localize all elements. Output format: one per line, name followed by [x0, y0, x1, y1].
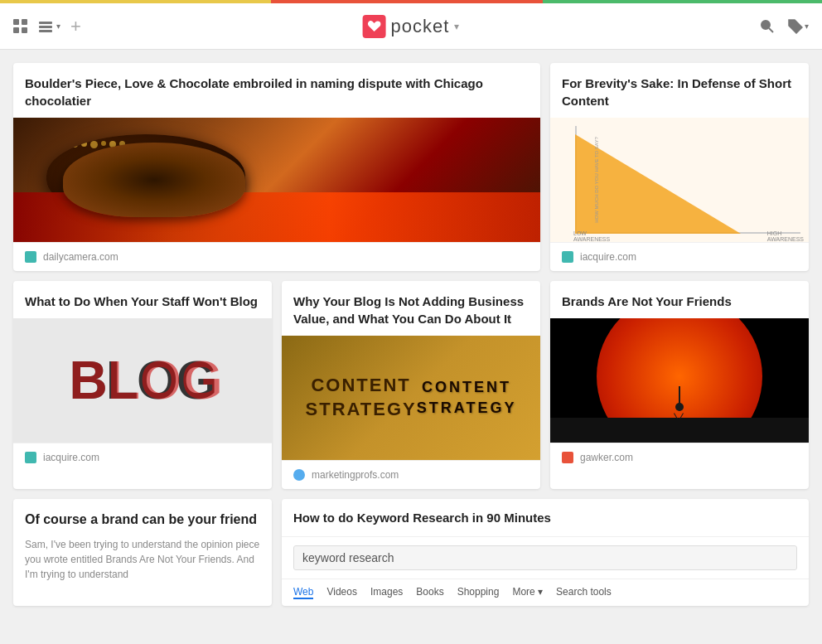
brands-favicon	[562, 452, 573, 463]
graph-label-high: HIGHAWARENESS	[767, 230, 804, 242]
tab-more[interactable]: More ▾	[512, 586, 543, 599]
brands-source-text: gawker.com	[580, 452, 633, 463]
tab-images[interactable]: Images	[370, 586, 403, 599]
navbar-center: pocket ▾	[363, 15, 460, 38]
boulder-title: Boulder's Piece, Love & Chocolate embroi…	[13, 63, 540, 118]
brevity-source-text: iacquire.com	[580, 251, 636, 263]
brevity-title: For Brevity's Sake: In Defense of Short …	[550, 63, 809, 118]
brands-image	[550, 318, 809, 443]
brand-friend-excerpt: Sam, I've been trying to understand the …	[25, 537, 260, 582]
svg-rect-5	[39, 26, 52, 28]
svg-rect-1	[22, 19, 27, 25]
card-staff-blog: What to Do When Your Staff Won't Blog BL…	[13, 281, 272, 489]
boulder-source-text: dailycamera.com	[43, 251, 118, 263]
tab-videos[interactable]: Videos	[326, 586, 356, 599]
blog-text-red: BLOG	[70, 350, 223, 411]
brands-source: gawker.com	[550, 443, 809, 472]
pocket-logo-caret[interactable]: ▾	[454, 21, 459, 32]
svg-line-8	[769, 28, 773, 32]
card-brevity: For Brevity's Sake: In Defense of Short …	[550, 63, 809, 271]
business-value-title: Why Your Blog Is Not Adding Business Val…	[282, 281, 540, 336]
card-brands: Brands Are Not Your Friends gawker.com	[550, 281, 809, 489]
pocket-logo-icon	[363, 15, 386, 38]
keyword-research-title: How to do Keyword Research in 90 Minutes	[282, 499, 809, 537]
keyword-search-input[interactable]: keyword research	[293, 545, 797, 570]
tag-caret: ▾	[805, 22, 809, 31]
svg-rect-6	[39, 30, 52, 32]
brands-figure	[675, 386, 684, 419]
card-keyword-research: How to do Keyword Research in 90 Minutes…	[282, 499, 809, 606]
tab-shopping[interactable]: Shopping	[457, 586, 500, 599]
graph-label-low: LOWAWARENESS	[573, 230, 610, 242]
main-content: Boulder's Piece, Love & Chocolate embroi…	[0, 50, 822, 619]
staff-blog-title: What to Do When Your Staff Won't Blog	[13, 281, 272, 318]
staff-blog-source: iacquire.com	[13, 443, 272, 472]
brevity-favicon	[562, 251, 573, 263]
layers-caret: ▾	[56, 22, 60, 31]
business-value-source: marketingprofs.com	[282, 460, 540, 489]
brand-friend-title: Of course a brand can be your friend	[25, 511, 260, 537]
business-value-source-text: marketingprofs.com	[312, 469, 399, 481]
tab-web[interactable]: Web	[293, 586, 313, 599]
navbar-left: ▾ +	[13, 16, 81, 37]
tab-books[interactable]: Books	[416, 586, 443, 599]
card-boulder: Boulder's Piece, Love & Chocolate embroi…	[13, 63, 540, 271]
layers-button[interactable]: ▾	[38, 19, 60, 34]
svg-point-9	[791, 22, 793, 23]
staff-blog-favicon	[25, 452, 36, 463]
tag-button[interactable]: ▾	[788, 19, 809, 34]
content-strategy-text: CONTENTSTRATEGY	[417, 377, 517, 419]
card-business-value: Why Your Blog Is Not Adding Business Val…	[282, 281, 540, 489]
staff-blog-image: BLOG BLOG	[13, 318, 272, 443]
pocket-logo-text: pocket	[391, 16, 450, 37]
boulder-favicon	[25, 251, 36, 263]
boulder-image	[13, 118, 540, 242]
svg-rect-0	[13, 19, 19, 25]
graph-triangle	[575, 134, 741, 234]
svg-rect-3	[22, 27, 27, 33]
tab-search-tools[interactable]: Search tools	[556, 586, 612, 599]
svg-rect-2	[13, 27, 19, 33]
bottom-card-grid: Of course a brand can be your friend Sam…	[13, 499, 809, 606]
brands-title: Brands Are Not Your Friends	[550, 281, 809, 318]
navbar: ▾ + pocket ▾ ▾	[0, 3, 822, 50]
add-button[interactable]: +	[70, 16, 81, 37]
business-value-image: CONTENTSTRATEGY	[282, 336, 540, 460]
search-button[interactable]	[760, 19, 775, 34]
svg-point-7	[762, 21, 770, 29]
graph-y-label: HOW MUCH DO YOU HAVE TO SAY?	[594, 137, 599, 222]
brevity-source: iacquire.com	[550, 242, 809, 271]
brevity-image: LOWAWARENESS HIGHAWARENESS HOW MUCH DO Y…	[550, 118, 809, 242]
card-brand-friend: Of course a brand can be your friend Sam…	[13, 499, 272, 606]
staff-blog-source-text: iacquire.com	[43, 452, 99, 463]
brands-ground	[550, 418, 809, 443]
top-card-grid: Boulder's Piece, Love & Chocolate embroi…	[13, 63, 809, 271]
middle-card-grid: What to Do When Your Staff Won't Blog BL…	[13, 281, 809, 489]
navbar-right: ▾	[760, 19, 809, 34]
keyword-search-tabs: Web Videos Images Books Shopping More ▾ …	[282, 579, 809, 606]
business-value-favicon	[293, 469, 305, 481]
svg-rect-4	[39, 22, 52, 24]
grid-view-button[interactable]	[13, 19, 28, 34]
boulder-source: dailycamera.com	[13, 242, 540, 271]
